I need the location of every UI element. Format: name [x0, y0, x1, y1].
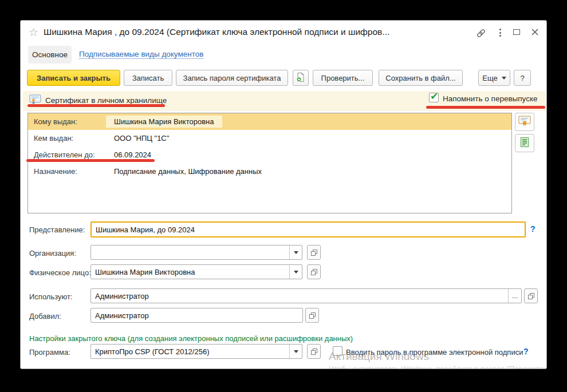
used-by-field[interactable]: Администратор ...: [90, 288, 522, 303]
presentation-input[interactable]: [92, 223, 525, 236]
individual-label: Физическое лицо:: [29, 268, 91, 277]
window-menu-icon[interactable]: [498, 27, 502, 38]
program-value: КриптоПро CSP (ГОСТ 2012/256): [91, 345, 289, 358]
green-report-icon: [520, 137, 529, 150]
more-button[interactable]: Еще: [478, 70, 510, 86]
windows-activation-watermark-line2: Чтобы активировать Windows, перейдите в …: [329, 365, 547, 369]
dropdown-arrow-icon: [502, 77, 506, 80]
cert-row-value: Шишкина Мария Викторовна: [106, 116, 222, 128]
program-label: Программа:: [29, 348, 70, 357]
help-button[interactable]: ?: [514, 70, 531, 86]
used-by-label: Используют:: [29, 292, 73, 301]
added-by-open-button[interactable]: [305, 308, 319, 323]
checkmark-icon: ✔: [430, 90, 438, 102]
save-cert-password-button[interactable]: Запись пароля сертификата: [176, 70, 288, 86]
cert-row-value: ООО "НПЦ "1С": [114, 134, 169, 142]
open-link-icon: [527, 292, 535, 300]
used-by-ellipsis-button[interactable]: ...: [508, 289, 521, 303]
open-link-icon: [310, 249, 318, 256]
organization-value: [91, 246, 289, 259]
private-key-settings-heading[interactable]: Настройки закрытого ключа (для создания …: [29, 334, 353, 343]
dropdown-arrow-icon: [294, 251, 298, 254]
cert-row-issued-by: Кем выдан: ООО "НПЦ "1С": [28, 130, 511, 146]
organization-open-button[interactable]: [307, 245, 321, 260]
cert-row-label: Действителен до:: [34, 151, 95, 159]
remind-reissue-checkbox[interactable]: ✔: [429, 93, 439, 102]
cert-row-label: Назначение:: [34, 167, 77, 176]
annotation-underline-certificate-location: [27, 104, 165, 107]
certificate-location-label: Сертификат в личном хранилище: [45, 96, 167, 105]
cert-row-purpose: Назначение: Подписание данных, Шифровани…: [28, 163, 511, 180]
program-combobox[interactable]: КриптоПро CSP (ГОСТ 2012/256): [90, 344, 302, 359]
enter-password-help-icon[interactable]: ?: [523, 347, 529, 356]
added-by-value: Администратор: [91, 308, 302, 322]
cert-row-issued-to: Кому выдан: Шишкина Мария Викторовна: [28, 113, 511, 130]
program-dropdown-button[interactable]: [289, 345, 302, 358]
dropdown-arrow-icon: [294, 350, 298, 353]
annotation-underline-valid-until: [26, 159, 155, 162]
window-title: Шишкина Мария , до 09.2024 (Сертификат к…: [44, 27, 470, 37]
organization-combobox[interactable]: [90, 245, 302, 260]
more-button-label: Еще: [482, 74, 497, 82]
certificate-seal-icon: [518, 116, 531, 129]
document-plus-icon: [296, 72, 306, 84]
used-by-open-button[interactable]: [524, 288, 538, 303]
tab-main[interactable]: Основное: [28, 46, 72, 64]
copy-link-icon[interactable]: [476, 28, 486, 41]
cert-row-value: Подписание данных, Шифрование данных: [114, 167, 262, 176]
show-certificate-button[interactable]: [515, 113, 534, 131]
annotation-underline-remind-reissue: [426, 106, 545, 109]
open-link-icon: [310, 268, 318, 276]
added-by-label: Добавил:: [29, 312, 61, 320]
maximize-icon[interactable]: [513, 29, 520, 35]
save-button[interactable]: Записать: [124, 70, 172, 86]
certificate-window: ☆ Шишкина Мария , до 09.2024 (Сертификат…: [20, 20, 547, 369]
certificate-report-button[interactable]: [515, 134, 534, 152]
presentation-field-wrap: [90, 221, 526, 237]
save-to-file-button[interactable]: Сохранить в файл...: [379, 70, 463, 86]
individual-combobox[interactable]: Шишкина Мария Викторовна: [90, 264, 302, 279]
check-button[interactable]: Проверить...: [313, 70, 373, 86]
open-link-icon: [309, 312, 316, 319]
individual-value: Шишкина Мария Викторовна: [91, 265, 289, 279]
organization-label: Организация:: [29, 249, 76, 258]
add-document-button[interactable]: [293, 70, 309, 86]
presentation-label: Представление:: [29, 225, 85, 234]
save-and-close-button[interactable]: Записать и закрыть: [27, 70, 120, 86]
individual-open-button[interactable]: [307, 264, 321, 279]
individual-dropdown-button[interactable]: [289, 265, 302, 279]
organization-dropdown-button[interactable]: [289, 246, 302, 259]
remind-reissue-label[interactable]: Напомнить о перевыпуске: [443, 94, 538, 103]
dropdown-arrow-icon: [294, 271, 298, 274]
cert-row-label: Кому выдан:: [34, 117, 77, 126]
cert-row-value: 06.09.2024: [114, 151, 151, 159]
added-by-field: Администратор: [90, 308, 303, 323]
tab-signed-document-kinds[interactable]: Подписываемые виды документов: [79, 50, 203, 59]
cert-row-label: Кем выдан:: [34, 134, 73, 142]
program-open-button[interactable]: [307, 344, 321, 359]
close-icon[interactable]: [531, 28, 539, 38]
presentation-help-icon[interactable]: ?: [530, 224, 536, 233]
windows-activation-watermark: Активация Windows: [329, 350, 429, 363]
favorite-star-icon[interactable]: ☆: [29, 27, 38, 38]
certificate-info-panel: Кому выдан: Шишкина Мария Викторовна Кем…: [27, 113, 512, 213]
open-link-icon: [310, 348, 318, 355]
used-by-value: Администратор: [91, 289, 508, 303]
